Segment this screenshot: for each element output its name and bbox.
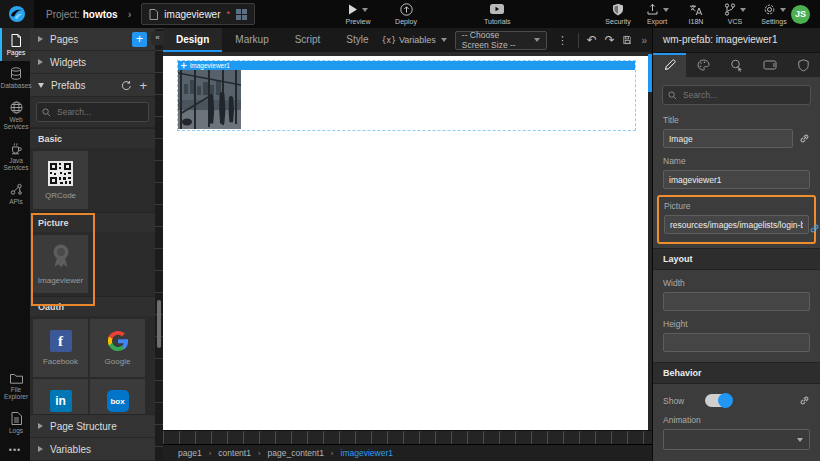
height-field-group: Height: [653, 319, 820, 352]
page-structure-section-header[interactable]: Page Structure: [30, 414, 155, 438]
layout-section-header[interactable]: Layout: [653, 248, 820, 270]
undo-button[interactable]: ↶: [587, 34, 597, 46]
breadcrumb-separator-icon: ›: [209, 449, 212, 458]
more-options-kebab-icon[interactable]: ⋮: [555, 34, 570, 47]
tab-design[interactable]: Design: [163, 28, 222, 52]
artifacts-panel: Pages + Widgets Prefabs +: [30, 28, 155, 461]
rail-item-logs[interactable]: Logs: [0, 406, 30, 439]
animation-field-group: Animation: [653, 415, 820, 450]
breadcrumb-imageviewer1[interactable]: imageviewer1: [341, 448, 393, 458]
tab-events[interactable]: [720, 53, 753, 77]
security-button[interactable]: Security: [605, 3, 631, 25]
rail-more-menu[interactable]: •••: [0, 439, 30, 461]
add-page-button[interactable]: +: [132, 32, 147, 47]
wavemaker-logo[interactable]: [0, 0, 34, 28]
properties-search-box[interactable]: [662, 85, 811, 105]
pages-section-header[interactable]: Pages +: [30, 28, 155, 51]
height-field-input[interactable]: [663, 333, 810, 352]
screen-size-select[interactable]: -- Choose Screen Size --: [455, 31, 547, 50]
i18n-button[interactable]: I18N: [683, 3, 709, 25]
logs-icon: [11, 412, 22, 425]
save-button[interactable]: [623, 34, 632, 46]
widget-selection-header[interactable]: ✛ imageviewer1: [178, 61, 635, 70]
widgets-section-header[interactable]: Widgets: [30, 51, 155, 74]
title-field-input[interactable]: [663, 129, 793, 148]
collapse-panel-button[interactable]: «: [151, 31, 164, 45]
imageviewer-preview-image[interactable]: [178, 70, 241, 129]
settings-gear-icon: [763, 3, 776, 16]
breadcrumb-page-content1[interactable]: page_content1: [268, 448, 324, 458]
tab-device[interactable]: [753, 53, 786, 77]
inspect-cursor-icon: [730, 59, 743, 72]
deploy-button[interactable]: Deploy: [393, 3, 419, 25]
redo-button[interactable]: ↷: [605, 34, 615, 46]
expand-panel-button[interactable]: »: [639, 35, 649, 46]
behavior-section-header[interactable]: Behavior: [653, 362, 820, 384]
prefab-tile-linkedin[interactable]: in LinkedIn: [33, 379, 88, 414]
tab-style[interactable]: Style: [333, 28, 381, 52]
bind-show-link-icon[interactable]: [799, 395, 810, 406]
page-file-icon: [149, 9, 158, 20]
tab-styles[interactable]: [686, 53, 719, 77]
rail-item-databases[interactable]: Databases: [0, 61, 30, 94]
picture-field-input[interactable]: [664, 215, 809, 234]
name-field-input[interactable]: [663, 170, 810, 189]
page-grid-icon[interactable]: [236, 9, 247, 20]
imageviewer-widget-selection[interactable]: ✛ imageviewer1: [177, 60, 636, 131]
prefab-tile-qrcode[interactable]: QRCode: [33, 151, 88, 209]
tab-script[interactable]: Script: [282, 28, 334, 52]
width-field-input[interactable]: [663, 292, 810, 311]
rail-item-java-services[interactable]: Java Services: [0, 136, 30, 177]
show-toggle[interactable]: [705, 394, 732, 407]
prefab-search-box[interactable]: [36, 102, 149, 122]
settings-button[interactable]: Settings: [761, 3, 787, 25]
tab-security[interactable]: [787, 53, 820, 77]
vcs-button[interactable]: VCS: [722, 3, 748, 25]
prefab-search-input[interactable]: [55, 106, 143, 118]
prefab-tile-google[interactable]: Google: [90, 319, 145, 377]
tile-label: Google: [105, 357, 131, 366]
page-selector[interactable]: imageviewer *: [141, 3, 255, 25]
picture-field-label: Picture: [664, 201, 809, 211]
rail-label: File Explorer: [2, 386, 30, 401]
box-icon: box: [107, 390, 129, 412]
animation-select[interactable]: [663, 429, 810, 450]
variables-button[interactable]: {x} Variables: [382, 35, 447, 45]
preview-button[interactable]: Preview: [345, 3, 371, 25]
rail-item-apis[interactable]: APIs: [0, 177, 30, 210]
rail-label: Web Services: [2, 116, 30, 131]
rail-item-file-explorer[interactable]: File Explorer: [0, 367, 30, 406]
tutorials-button[interactable]: Tutorials: [484, 3, 511, 25]
properties-search-input[interactable]: [681, 89, 805, 101]
export-button[interactable]: Export: [644, 3, 670, 25]
tab-properties[interactable]: [653, 53, 686, 77]
add-prefab-button[interactable]: +: [139, 79, 147, 92]
prefab-tile-imageviewer[interactable]: Imageviewer: [33, 235, 88, 293]
breadcrumb-page1[interactable]: page1: [178, 448, 202, 458]
tab-markup[interactable]: Markup: [222, 28, 281, 52]
design-canvas[interactable]: ✛ imageviewer1: [163, 52, 648, 430]
prefab-tile-facebook[interactable]: f Facebook: [33, 319, 88, 377]
vertical-scrollbar-thumb[interactable]: [157, 300, 161, 348]
rail-item-pages[interactable]: Pages: [0, 28, 30, 61]
prefabs-section-header[interactable]: Prefabs +: [30, 74, 155, 97]
show-field-group: Show: [653, 394, 820, 407]
project-tools: Security Export I18N: [605, 3, 787, 25]
breadcrumb-content1[interactable]: content1: [218, 448, 251, 458]
pages-section-label: Pages: [50, 34, 78, 45]
refresh-prefabs-icon[interactable]: [121, 80, 132, 91]
prefab-tile-box[interactable]: box Box: [90, 379, 145, 414]
properties-tabs: [653, 53, 820, 77]
chevron-down-icon: [362, 8, 368, 12]
bind-picture-link-icon[interactable]: [809, 223, 820, 234]
move-handle-icon[interactable]: ✛: [181, 61, 187, 70]
rail-item-web-services[interactable]: Web Services: [0, 95, 30, 136]
project-label: Project: howtos: [46, 9, 118, 20]
bind-title-link-icon[interactable]: [799, 133, 810, 144]
chevron-down-icon: [797, 438, 803, 442]
width-field-group: Width: [653, 278, 820, 311]
user-avatar[interactable]: JS: [791, 5, 810, 24]
tutorials-video-icon: [490, 4, 504, 15]
variables-section-header[interactable]: Variables: [30, 438, 155, 461]
prefab-groups: Basic QRCode: [30, 128, 155, 414]
